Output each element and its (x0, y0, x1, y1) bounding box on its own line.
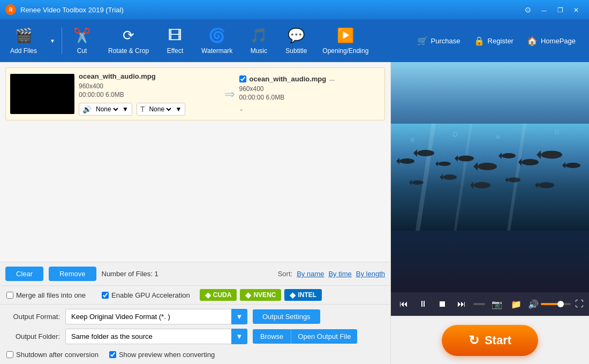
add-files-dropdown-btn[interactable]: ▼ (44, 22, 61, 59)
pause-icon: ⏸ (419, 299, 427, 309)
cuda-chip[interactable]: ◆ CUDA (200, 289, 237, 301)
output-format-select-wrap: Keep Original Video Format (*. ) ▼ (65, 309, 247, 324)
left-panel: ocean_with_audio.mpg 960x400 00:00:00 6.… (0, 62, 391, 364)
restore-button[interactable] (553, 3, 568, 16)
titlebar: R Renee Video Toolbox 2019 (Trial) ⊙ (0, 0, 589, 19)
nvenc-chip[interactable]: ◆ NVENC (240, 289, 281, 301)
output-file-resolution: 960x400 (239, 85, 381, 93)
text-select[interactable]: None (147, 105, 173, 113)
intel-chip[interactable]: ◆ INTEL (284, 289, 322, 301)
output-format-select[interactable]: Keep Original Video Format (*. ) (65, 309, 247, 324)
toolbar: 🎬 Add Files ▼ ✂️ Cut ⟳ Rotate & Crop 🎞 E… (0, 19, 589, 62)
app-logo: R (5, 4, 16, 15)
sort-by-name-btn[interactable]: By name (297, 270, 324, 278)
close-button[interactable] (569, 3, 584, 16)
sort-by-time-btn[interactable]: By time (328, 270, 351, 278)
show-preview-checkbox[interactable] (109, 351, 116, 358)
audio-select[interactable]: None (94, 105, 120, 113)
enable-gpu-checkbox-label[interactable]: Enable GPU Acceleration (102, 291, 190, 299)
gpu-acceleration-area: Enable GPU Acceleration ◆ CUDA ◆ NVENC ◆… (102, 289, 322, 301)
stop-button[interactable]: ⏹ (435, 297, 450, 312)
minimize-button[interactable] (537, 3, 552, 16)
output-folder-select-wrap: Same folder as the source ▼ (65, 329, 247, 344)
remove-button[interactable]: Remove (49, 267, 96, 281)
toolbar-register[interactable]: 🔒 Register (469, 33, 519, 49)
fullscreen-button[interactable]: ⛶ (575, 299, 584, 309)
source-file-time-size: 00:00:00 6.0MB (79, 91, 220, 98)
toolbar-homepage[interactable]: 🏠 HomePage (522, 33, 581, 49)
volume-thumb[interactable] (557, 301, 564, 307)
sort-by-length-btn[interactable]: By length (356, 270, 385, 278)
toolbar-music[interactable]: 🎵 Music (240, 22, 277, 59)
convert-arrow-icon: ⇒ (224, 87, 235, 102)
start-button[interactable]: ↻ Start (442, 325, 538, 356)
shutdown-checkbox-label[interactable]: Shutdown after conversion (6, 351, 99, 359)
merge-files-label: Merge all files into one (16, 291, 86, 299)
start-refresh-icon: ↻ (469, 333, 479, 348)
browse-group: Browse Open Output File (253, 329, 357, 344)
output-settings-button[interactable]: Output Settings (253, 309, 320, 324)
show-preview-checkbox-label[interactable]: Show preview when converting (109, 351, 215, 359)
output-file-options-icon[interactable]: ... (329, 75, 335, 82)
output-folder-select[interactable]: Same folder as the source (65, 329, 247, 344)
audio-dropdown[interactable]: 🔊 None ▼ (79, 103, 132, 116)
shutdown-checkbox[interactable] (6, 351, 13, 358)
enable-gpu-checkbox[interactable] (102, 292, 109, 299)
svg-point-30 (538, 183, 554, 188)
toolbar-opening-ending[interactable]: ▶️ Opening/Ending (315, 22, 376, 59)
screenshot-button[interactable]: 📷 (489, 297, 504, 312)
video-progress-bar[interactable] (473, 303, 485, 305)
homepage-label: HomePage (541, 37, 576, 45)
source-file-time: 00:00:00 (79, 91, 104, 98)
toolbar-cut[interactable]: ✂️ Cut (63, 22, 101, 59)
skip-back-button[interactable]: ⏮ (396, 297, 411, 312)
right-panel: ⏮ ⏸ ⏹ ⏭ 📷 📁 🔊 (391, 62, 589, 364)
volume-slider[interactable] (541, 303, 571, 305)
pin-button[interactable]: ⊙ (520, 3, 535, 16)
folder-icon: 📁 (511, 299, 522, 309)
svg-point-18 (541, 151, 562, 159)
output-file-info: ocean_with_audio.mpg ... 960x400 00:00:0… (239, 75, 381, 113)
toolbar-rotate-crop[interactable]: ⟳ Rotate & Crop (101, 22, 156, 59)
merge-files-checkbox-label[interactable]: Merge all files into one (6, 291, 86, 299)
toolbar-add-files[interactable]: 🎬 Add Files (3, 22, 44, 59)
close-icon (573, 5, 579, 14)
svg-point-16 (522, 159, 539, 165)
stop-icon: ⏹ (438, 299, 447, 309)
svg-point-4 (399, 158, 414, 164)
browse-button[interactable]: Browse (253, 329, 291, 344)
opening-ending-label: Opening/Ending (322, 47, 368, 55)
add-files-label: Add Files (10, 47, 37, 55)
open-folder-button[interactable]: 📁 (509, 297, 524, 312)
volume-control: 🔊 (528, 299, 571, 309)
app-title: Renee Video Toolbox 2019 (Trial) (20, 6, 520, 14)
effect-icon: 🎞 (168, 27, 182, 44)
purchase-icon: 🛒 (417, 36, 428, 46)
merge-files-checkbox[interactable] (6, 292, 13, 299)
cuda-label: CUDA (213, 291, 232, 299)
source-file-info: ocean_with_audio.mpg 960x400 00:00:00 6.… (79, 72, 220, 116)
fullscreen-icon: ⛶ (575, 299, 584, 308)
homepage-icon: 🏠 (527, 36, 538, 46)
toolbar-effect[interactable]: 🎞 Effect (156, 22, 194, 59)
start-label: Start (485, 333, 511, 347)
text-dropdown-arrow: ▼ (175, 105, 182, 113)
cut-icon: ✂️ (73, 27, 90, 44)
open-output-button[interactable]: Open Output File (291, 329, 357, 344)
output-file-name-row: ocean_with_audio.mpg ... (239, 75, 381, 83)
toolbar-watermark[interactable]: 🌀 Watermark (194, 22, 240, 59)
file-count-label: Number of Files: 1 (102, 270, 158, 278)
main-area: ocean_with_audio.mpg 960x400 00:00:00 6.… (0, 62, 589, 364)
output-file-checkbox[interactable] (239, 75, 246, 82)
fish-svg (391, 62, 589, 292)
toolbar-purchase[interactable]: 🛒 Purchase (412, 33, 466, 49)
pause-button[interactable]: ⏸ (416, 297, 431, 312)
toolbar-subtitle[interactable]: 💬 Subtitle (277, 22, 315, 59)
start-area: ↻ Start (391, 316, 589, 364)
skip-forward-button[interactable]: ⏭ (454, 297, 469, 312)
clear-button[interactable]: Clear (5, 267, 43, 281)
output-folder-row: Output Folder: Same folder as the source… (6, 329, 384, 344)
opening-ending-icon: ▶️ (337, 27, 354, 44)
text-dropdown[interactable]: T None ▼ (137, 103, 185, 116)
show-preview-label: Show preview when converting (119, 351, 215, 359)
